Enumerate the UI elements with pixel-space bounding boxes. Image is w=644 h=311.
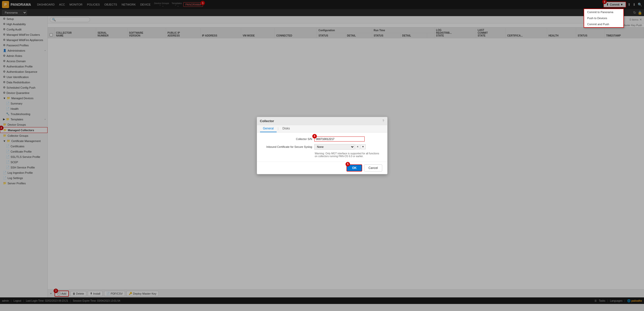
collector-sn-input-container: 4 bbox=[314, 136, 365, 142]
inbound-cert-dropdown-icon[interactable]: ▼ bbox=[361, 144, 366, 149]
modal-overlay: Collector ? General | Disks Collector S/… bbox=[0, 0, 644, 304]
tab-separator: | bbox=[277, 125, 279, 132]
collector-sn-input[interactable] bbox=[314, 136, 365, 142]
inbound-cert-label: Inbound Certificate for Secure Syslog bbox=[262, 145, 312, 148]
ok-badge: 5 bbox=[346, 162, 350, 166]
warning-text: Warning: Only MGT interface is supported… bbox=[315, 152, 382, 158]
inbound-cert-row: Inbound Certificate for Secure Syslog No… bbox=[262, 144, 382, 150]
inbound-cert-clear-icon[interactable]: ✕ bbox=[355, 144, 360, 149]
commit-to-panorama-item[interactable]: Commit to Panorama bbox=[584, 9, 623, 15]
push-to-devices-item[interactable]: Push to Devices bbox=[584, 15, 623, 21]
collector-modal: Collector ? General | Disks Collector S/… bbox=[257, 117, 388, 174]
modal-tabs: General | Disks bbox=[257, 125, 387, 132]
collector-sn-badge: 4 bbox=[312, 134, 317, 139]
commit-and-push-item[interactable]: Commit and Push bbox=[584, 21, 623, 27]
inbound-cert-select[interactable]: None bbox=[314, 144, 355, 150]
ok-btn-container: OK 5 bbox=[347, 164, 362, 171]
modal-tab-general[interactable]: General bbox=[260, 125, 277, 132]
modal-footer: OK 5 Cancel bbox=[257, 162, 387, 174]
modal-body: Collector S/N 4 Inbound Certificate for … bbox=[257, 132, 387, 162]
modal-help-icon[interactable]: ? bbox=[382, 119, 384, 123]
commit-dropdown: Commit to Panorama Push to Devices Commi… bbox=[584, 9, 624, 28]
modal-tab-disks[interactable]: Disks bbox=[279, 125, 293, 132]
collector-sn-label: Collector S/N bbox=[262, 137, 312, 141]
inbound-cert-select-wrap: None ✕ ▼ bbox=[314, 144, 366, 150]
modal-title: Collector bbox=[260, 119, 274, 123]
modal-header: Collector ? bbox=[257, 117, 387, 125]
cancel-button[interactable]: Cancel bbox=[364, 164, 382, 171]
collector-sn-row: Collector S/N 4 bbox=[262, 136, 382, 142]
